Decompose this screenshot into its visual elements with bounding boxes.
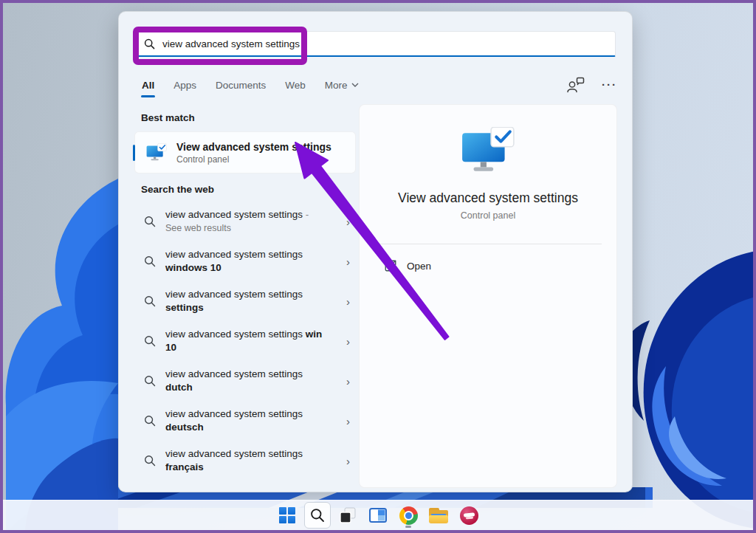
open-action[interactable]: Open: [370, 254, 606, 278]
task-view-button[interactable]: [334, 502, 361, 529]
tab-web[interactable]: Web: [284, 78, 306, 92]
open-label: Open: [407, 261, 431, 272]
chevron-right-icon: ›: [342, 455, 350, 467]
web-suggestion-text: view advanced system settings win 10: [165, 328, 342, 354]
detail-subtitle: Control panel: [360, 210, 616, 221]
web-suggestion-text: view advanced system settings - See web …: [165, 208, 342, 235]
windows-logo-icon: [279, 507, 295, 523]
web-suggestion-row[interactable]: view advanced system settings windows 10…: [134, 241, 356, 281]
best-match-subtitle: Control panel: [176, 154, 331, 165]
best-match-title: View advanced system settings: [176, 140, 331, 154]
result-detail-panel: View advanced system settings Control pa…: [359, 104, 617, 488]
red-app-button[interactable]: [456, 502, 482, 529]
web-suggestion-text: view advanced system settings dutch: [165, 368, 342, 394]
file-explorer-button[interactable]: [425, 502, 452, 529]
tab-all[interactable]: All: [141, 78, 155, 92]
search-box: [134, 31, 616, 57]
search-icon: [144, 295, 156, 307]
chevron-down-icon: [351, 83, 359, 87]
web-suggestion-row[interactable]: view advanced system settings dutch ›: [134, 361, 356, 401]
search-icon: [144, 255, 156, 267]
search-web-heading: Search the web: [141, 184, 214, 195]
tab-more[interactable]: More: [324, 78, 360, 92]
running-indicator: [405, 526, 411, 528]
detail-title: View advanced system settings: [360, 190, 616, 206]
system-settings-icon-large: [459, 127, 517, 176]
search-icon: [144, 216, 156, 227]
chevron-right-icon: ›: [342, 216, 350, 227]
selection-accent-bar: [133, 145, 135, 161]
taskbar: [3, 500, 753, 530]
web-suggestion-text: view advanced system settings windows 10: [165, 248, 342, 275]
account-feedback-icon[interactable]: [566, 77, 585, 93]
task-view-icon: [339, 506, 357, 524]
snap-window-app-button[interactable]: [365, 502, 391, 529]
web-suggestion-row[interactable]: view advanced system settings deutsch ›: [134, 401, 356, 441]
chevron-right-icon: ›: [342, 296, 350, 307]
best-match-result[interactable]: View advanced system settings Control pa…: [134, 131, 356, 173]
red-circle-app-icon: [460, 506, 478, 525]
web-suggestion-list: view advanced system settings - See web …: [134, 202, 356, 481]
search-filter-tabs: AllAppsDocumentsWebMore ···: [141, 74, 617, 96]
chrome-button[interactable]: [395, 502, 422, 529]
chevron-right-icon: ›: [342, 416, 350, 427]
chevron-right-icon: ›: [342, 336, 350, 347]
file-explorer-icon: [429, 508, 448, 523]
chevron-right-icon: ›: [342, 376, 350, 387]
search-icon: [144, 38, 155, 49]
search-icon: [144, 415, 156, 427]
search-icon: [144, 375, 156, 387]
chrome-icon: [399, 506, 418, 525]
search-flyout-panel: AllAppsDocumentsWebMore ··· Best match: [118, 11, 633, 492]
more-options-icon[interactable]: ···: [602, 81, 617, 89]
web-suggestion-row[interactable]: view advanced system settings win 10 ›: [134, 321, 356, 361]
system-settings-icon: [145, 143, 168, 162]
search-input[interactable]: [162, 38, 615, 49]
web-suggestion-row[interactable]: view advanced system settings settings ›: [134, 281, 356, 321]
web-suggestion-text: view advanced system settings français: [165, 447, 342, 474]
divider: [374, 244, 602, 244]
start-button[interactable]: [274, 502, 300, 529]
search-icon: [144, 455, 156, 467]
wallpaper-right-bloom: [624, 251, 756, 529]
chevron-right-icon: ›: [342, 256, 350, 267]
search-icon: [309, 507, 326, 523]
web-suggestion-text: view advanced system settings deutsch: [165, 408, 342, 434]
tab-documents[interactable]: Documents: [215, 78, 267, 92]
tab-apps[interactable]: Apps: [173, 78, 197, 92]
web-suggestion-row[interactable]: view advanced system settings français ›: [134, 441, 356, 481]
web-suggestion-text: view advanced system settings settings: [165, 288, 342, 314]
open-external-icon: [384, 259, 397, 272]
best-match-heading: Best match: [141, 112, 195, 123]
window-split-icon: [369, 508, 387, 523]
search-icon: [144, 335, 156, 347]
desktop-screen: AllAppsDocumentsWebMore ··· Best match: [0, 0, 756, 533]
taskbar-search-button[interactable]: [304, 502, 331, 529]
web-suggestion-row[interactable]: view advanced system settings - See web …: [134, 202, 356, 241]
wallpaper-left-bloom: [6, 179, 118, 533]
